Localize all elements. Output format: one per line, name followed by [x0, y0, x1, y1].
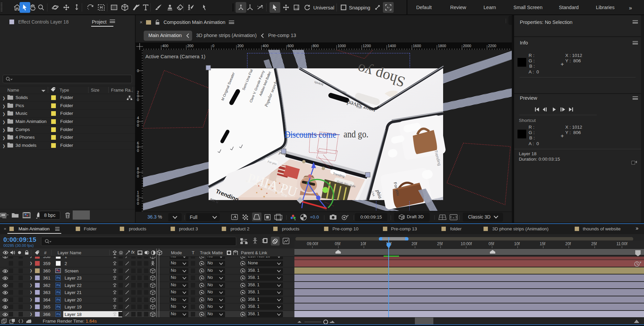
- svg-text:0: 0: [137, 201, 139, 205]
- svg-text:400: 400: [262, 44, 269, 48]
- svg-text:0: 0: [137, 69, 139, 73]
- svg-text:1800: 1800: [438, 44, 446, 48]
- svg-text:2000: 2000: [463, 44, 471, 48]
- svg-text:0: 0: [137, 149, 139, 153]
- svg-text:600: 600: [288, 44, 294, 48]
- svg-text:0: 0: [212, 44, 214, 48]
- svg-text:1200: 1200: [363, 44, 371, 48]
- svg-text:0: 0: [137, 98, 139, 102]
- svg-text:200: 200: [187, 44, 193, 48]
- svg-text:800: 800: [313, 44, 319, 48]
- svg-text:1400: 1400: [388, 44, 396, 48]
- svg-text:Active Camera (Camera 1): Active Camera (Camera 1): [145, 54, 205, 59]
- svg-text:0: 0: [137, 174, 139, 178]
- svg-text:400: 400: [162, 44, 168, 48]
- svg-text:and go.: and go.: [344, 128, 368, 139]
- svg-text:0: 0: [137, 123, 139, 127]
- svg-text:2200: 2200: [488, 44, 496, 48]
- svg-text:200: 200: [238, 44, 244, 48]
- svg-text:1600: 1600: [413, 44, 421, 48]
- svg-text:1000: 1000: [338, 44, 346, 48]
